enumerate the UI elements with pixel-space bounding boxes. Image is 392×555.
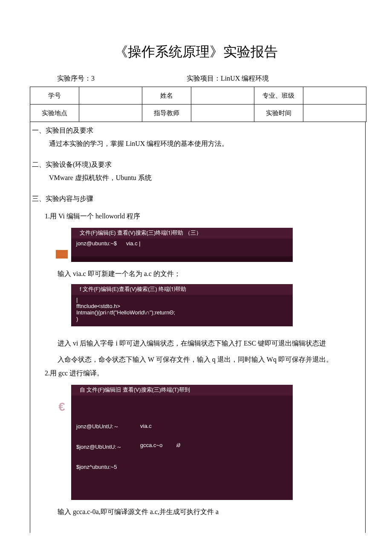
terminal-line: | bbox=[76, 296, 78, 303]
info-value bbox=[191, 87, 254, 105]
info-label: 实验时间 bbox=[254, 105, 303, 122]
info-label: 学号 bbox=[30, 87, 79, 105]
terminal-menubar: 文件(F)编辑(E) 查看(V)搜索(三)终端⑴帮助 （三） bbox=[71, 228, 293, 238]
seq-value: 3 bbox=[91, 75, 95, 82]
terminal-screenshot: € 自 文件(F)编辑旧 查看(V)搜索(三)终端(T)帮到 jonz@UbUn… bbox=[71, 385, 293, 500]
proj-label: 实验项目： bbox=[187, 75, 221, 82]
terminal-line: i∂ bbox=[176, 442, 180, 448]
terminal-body: jonz@UbUntU:～ $jonz@UbUntU:～ $jonz^ubunt… bbox=[71, 395, 293, 500]
body-content: 一、实验目的及要求 通过本实验的学习，掌握 LinUX 编程环境的基本使用方法。… bbox=[30, 122, 366, 533]
section-heading: 三、实验内容与步骤 bbox=[32, 195, 357, 203]
terminal-line: Intmain(){pri∩tf("HelloWorld\∩");returnΘ… bbox=[76, 309, 175, 316]
terminal-command: via.c bbox=[126, 240, 138, 247]
info-value bbox=[303, 105, 366, 122]
terminal-body: jonz@ubuntu:~$ via.c | bbox=[71, 238, 293, 256]
terminal-menubar: f 文件(F)编辑(E)查看(V)榛索(三) 终端⑴帮助 bbox=[71, 284, 293, 295]
section-heading: 一、实验目的及要求 bbox=[32, 126, 357, 135]
terminal-side-icons bbox=[54, 241, 69, 261]
terminal-line: $jonz@UbUntU:～ bbox=[76, 443, 140, 451]
terminal-menubar: 自 文件(F)编辑旧 查看(V)搜索(三)终端(T)帮到 bbox=[71, 385, 293, 395]
info-label: 实验地点 bbox=[30, 105, 79, 122]
seq-label: 实验序号： bbox=[57, 75, 91, 82]
info-table: 学号 姓名 专业、班级 实验地点 指导教师 实验时间 bbox=[30, 87, 366, 122]
terminal-body: | fftnclude<stdto.h> Intmain(){pri∩tf("H… bbox=[71, 295, 293, 326]
info-label: 指导教师 bbox=[142, 105, 191, 122]
info-label: 专业、班级 bbox=[254, 87, 303, 105]
info-value bbox=[79, 105, 142, 122]
proj-value: LinUX 编程环境 bbox=[221, 75, 269, 82]
paragraph: 输入 via.c 即可新建一个名为 a.c 的文件； bbox=[58, 268, 357, 279]
step-label: 1.用 Vi 编辑一个 helloworld 程序 bbox=[45, 212, 357, 221]
paragraph: 进入 vi 后输入字母 i 即可进入编辑状态，在编辑状态下输入打 ESC 键即可… bbox=[58, 337, 357, 350]
info-value bbox=[303, 87, 366, 105]
paragraph: VMware 虚拟机软件，Ubuntu 系统 bbox=[49, 172, 357, 183]
meta-row: 实验序号：3 实验项目：LinUX 编程环境 bbox=[26, 74, 366, 87]
terminal-line: fftnclude<stdto.h> bbox=[76, 303, 120, 309]
terminal-line: $jonz^ubuntu:~5 bbox=[76, 464, 140, 470]
terminal-line: jonz@UbUntU:～ bbox=[76, 423, 140, 430]
paragraph: 通过本实验的学习，掌握 LinUX 编程环境的基本使用方法。 bbox=[49, 138, 357, 149]
info-label: 姓名 bbox=[142, 87, 191, 105]
terminal-line: ) bbox=[76, 316, 78, 322]
terminal-line: gcca.c~o bbox=[140, 442, 162, 448]
diamond-icon bbox=[58, 241, 66, 250]
euro-icon: € bbox=[54, 400, 69, 414]
section-heading: 二、实验设备(环境)及要求 bbox=[32, 160, 357, 169]
info-value bbox=[191, 105, 254, 122]
page-title: 《操作系统原理》实验报告 bbox=[26, 43, 366, 61]
paragraph: 输入 gcca.c-0a,即可编译源文件 a.c,并生成可执行文件 a bbox=[58, 506, 357, 517]
orange-icon bbox=[56, 250, 68, 259]
terminal-side-icons: € bbox=[54, 400, 69, 414]
info-value bbox=[79, 87, 142, 105]
terminal-prompt: jonz@ubuntu:~$ bbox=[76, 240, 117, 247]
terminal-screenshot: 文件(F)编辑(E) 查看(V)搜索(三)终端⑴帮助 （三） jonz@ubun… bbox=[71, 228, 293, 262]
terminal-line: via.c bbox=[140, 423, 288, 429]
step-label: 2.用 gcc 进行编译。 bbox=[45, 369, 357, 378]
terminal-screenshot: f 文件(F)编辑(E)查看(V)榛索(三) 终端⑴帮助 | fftnclude… bbox=[71, 284, 293, 326]
paragraph: 入命令状态，命令状态下输入 W 可保存文件，输入 q 退出，同时输入 Wq 即可… bbox=[58, 353, 357, 366]
